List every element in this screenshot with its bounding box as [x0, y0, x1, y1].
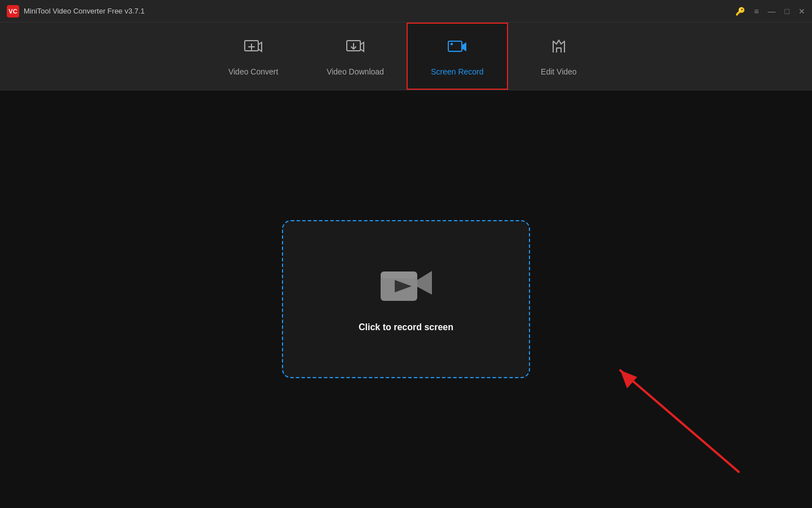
- screen-record-icon: [447, 37, 467, 62]
- tab-screen-record-label: Screen Record: [431, 67, 483, 76]
- key-icon[interactable]: 🔑: [735, 7, 745, 15]
- menu-icon[interactable]: ≡: [754, 7, 758, 15]
- titlebar-controls: 🔑 ≡ — □ ✕: [735, 7, 805, 15]
- tab-video-download[interactable]: Video Download: [304, 23, 407, 90]
- svg-rect-3: [451, 43, 453, 45]
- minimize-icon[interactable]: —: [768, 7, 776, 15]
- tab-edit-video-label: Edit Video: [541, 67, 577, 76]
- video-convert-icon: [243, 37, 263, 62]
- main-content: Click to record screen: [0, 90, 812, 508]
- titlebar: VC MiniTool Video Converter Free v3.7.1 …: [0, 0, 812, 23]
- red-arrow: [586, 348, 744, 485]
- app-logo: VC: [7, 5, 19, 17]
- tab-edit-video[interactable]: Edit Video: [508, 23, 610, 90]
- record-area[interactable]: Click to record screen: [282, 220, 530, 378]
- tab-video-download-label: Video Download: [326, 67, 384, 76]
- svg-rect-2: [448, 41, 462, 51]
- titlebar-left: VC MiniTool Video Converter Free v3.7.1: [7, 5, 144, 17]
- nav-tabs: Video Convert Video Download Screen Reco…: [0, 23, 812, 90]
- tab-video-convert[interactable]: Video Convert: [202, 23, 304, 90]
- close-icon[interactable]: ✕: [798, 7, 805, 15]
- record-icon-wrapper: [378, 266, 434, 311]
- tab-screen-record[interactable]: Screen Record: [407, 23, 508, 90]
- app-title: MiniTool Video Converter Free v3.7.1: [24, 7, 144, 15]
- svg-rect-5: [381, 271, 417, 278]
- maximize-icon[interactable]: □: [785, 7, 789, 15]
- svg-line-6: [620, 370, 739, 472]
- video-download-icon: [345, 37, 365, 62]
- tab-video-convert-label: Video Convert: [228, 67, 278, 76]
- camera-icon: [378, 266, 434, 311]
- click-to-record-label: Click to record screen: [359, 322, 453, 332]
- edit-video-icon: [549, 37, 569, 62]
